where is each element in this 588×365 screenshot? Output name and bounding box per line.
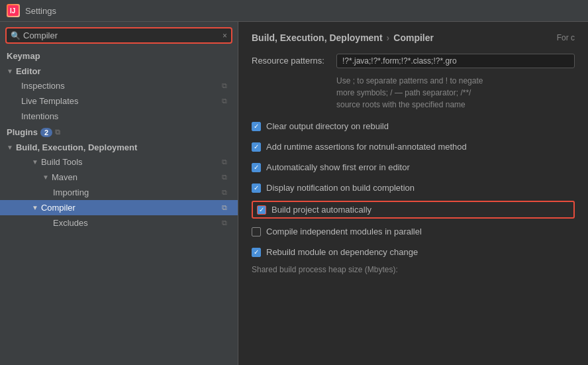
importing-icon: ⧉ — [222, 188, 227, 197]
hint-text: Use ; to separate patterns and ! to nega… — [336, 75, 575, 111]
resource-patterns-row: Resource patterns: !?*.java;!?*.form;!?*… — [252, 54, 575, 68]
checkbox-build-auto-input[interactable]: ✓ — [257, 205, 266, 215]
compiler-label: Compiler — [41, 203, 75, 213]
sidebar-nav: Keymap ▼ Editor Inspections ⧉ Live Templ… — [0, 48, 238, 365]
sidebar-item-live-templates[interactable]: Live Templates ⧉ — [0, 93, 238, 109]
keymap-label: Keymap — [7, 51, 40, 61]
resource-patterns-label: Resource patterns: — [252, 54, 331, 66]
checkbox-clear-output-label[interactable]: Clear output directory on rebuild — [266, 121, 389, 131]
breadcrumb-part2: Compiler — [393, 32, 434, 43]
svg-text:IJ: IJ — [10, 7, 15, 15]
sidebar-item-keymap[interactable]: Keymap — [0, 48, 238, 63]
app-icon: IJ — [7, 4, 20, 17]
build-tools-label: Build Tools — [41, 157, 83, 167]
sidebar-item-maven[interactable]: ▼ Maven ⧉ — [0, 170, 238, 185]
maven-chevron: ▼ — [42, 174, 49, 181]
build-tools-icon: ⧉ — [222, 158, 227, 166]
checkbox-rebuild-module-label[interactable]: Rebuild module on dependency change — [266, 247, 418, 257]
sidebar-item-compiler[interactable]: ▼ Compiler ⧉ — [0, 200, 238, 215]
breadcrumb-part1: Build, Execution, Deployment — [252, 32, 383, 43]
checkbox-add-runtime: ✓ Add runtime assertions for notnull-ann… — [252, 139, 575, 154]
breadcrumb-sep: › — [387, 32, 390, 43]
heap-size-label: Shared build process heap size (Mbytes): — [252, 265, 575, 274]
sidebar-item-importing[interactable]: Importing ⧉ — [0, 185, 238, 200]
sidebar-item-build-tools[interactable]: ▼ Build Tools ⧉ — [0, 154, 238, 170]
search-icon: 🔍 — [11, 31, 21, 40]
checkbox-auto-show-error-input[interactable]: ✓ — [252, 163, 261, 172]
checkbox-compile-parallel-input[interactable] — [252, 227, 261, 236]
sidebar-item-editor[interactable]: ▼ Editor — [0, 63, 238, 78]
checkbox-compile-parallel: Compile independent modules in parallel — [252, 224, 575, 239]
plugins-label: Plugins — [7, 127, 38, 137]
compiler-chevron: ▼ — [32, 204, 38, 211]
build-exec-label: Build, Execution, Deployment — [16, 142, 137, 152]
sidebar-item-plugins[interactable]: Plugins 2 ⧉ — [0, 124, 238, 139]
breadcrumb: Build, Execution, Deployment › Compiler … — [252, 32, 575, 43]
build-tools-chevron: ▼ — [32, 158, 38, 166]
search-input[interactable] — [23, 30, 220, 40]
checkbox-auto-show-error: ✓ Automatically show first error in edit… — [252, 160, 575, 175]
checkbox-display-notification: ✓ Display notification on build completi… — [252, 180, 575, 195]
checkbox-rebuild-module: ✓ Rebuild module on dependency change — [252, 244, 575, 260]
checkbox-compile-parallel-label[interactable]: Compile independent modules in parallel — [266, 227, 422, 236]
sidebar-item-inspections[interactable]: Inspections ⧉ — [0, 78, 238, 93]
checkbox-add-runtime-input[interactable]: ✓ — [252, 142, 261, 152]
clear-icon[interactable]: × — [222, 31, 227, 40]
sidebar: 🔍 × Keymap ▼ Editor Inspections ⧉ Live T… — [0, 22, 238, 365]
for-label: For c — [557, 33, 575, 42]
excludes-label: Excludes — [53, 218, 88, 228]
resource-patterns-value[interactable]: !?*.java;!?*.form;!?*.class;!?*.gro — [336, 54, 575, 68]
inspections-icon: ⧉ — [222, 81, 227, 90]
title-bar: IJ Settings — [0, 0, 588, 22]
plugins-badge: 2 — [40, 128, 52, 137]
checkbox-display-notification-input[interactable]: ✓ — [252, 183, 261, 193]
build-exec-chevron: ▼ — [7, 144, 13, 151]
importing-label: Importing — [53, 187, 89, 197]
main-layout: 🔍 × Keymap ▼ Editor Inspections ⧉ Live T… — [0, 22, 588, 365]
compiler-icon: ⧉ — [222, 203, 227, 212]
sidebar-item-build-execution[interactable]: ▼ Build, Execution, Deployment — [0, 139, 238, 154]
excludes-icon: ⧉ — [222, 219, 227, 227]
checkbox-clear-output: ✓ Clear output directory on rebuild — [252, 119, 575, 134]
checkbox-add-runtime-label[interactable]: Add runtime assertions for notnull-annot… — [266, 142, 467, 152]
plugins-copy-icon: ⧉ — [55, 128, 60, 136]
checkbox-rebuild-module-input[interactable]: ✓ — [252, 248, 261, 257]
maven-label: Maven — [52, 172, 77, 182]
checkbox-build-auto-label[interactable]: Build project automatically — [271, 205, 371, 215]
maven-icon: ⧉ — [222, 173, 227, 182]
editor-label: Editor — [16, 66, 41, 76]
editor-chevron: ▼ — [7, 68, 13, 75]
sidebar-item-excludes[interactable]: Excludes ⧉ — [0, 215, 238, 231]
window-title: Settings — [25, 6, 56, 16]
checkbox-build-auto: ✓ Build project automatically — [252, 201, 575, 219]
intentions-label: Intentions — [21, 111, 58, 121]
live-templates-icon: ⧉ — [222, 97, 227, 105]
checkbox-auto-show-error-label[interactable]: Automatically show first error in editor — [266, 162, 410, 172]
content-area: Build, Execution, Deployment › Compiler … — [238, 22, 588, 365]
checkbox-clear-output-input[interactable]: ✓ — [252, 122, 261, 131]
sidebar-item-intentions[interactable]: Intentions — [0, 109, 238, 124]
live-templates-label: Live Templates — [21, 96, 78, 106]
checkbox-display-notification-label[interactable]: Display notification on build completion — [266, 183, 415, 193]
inspections-label: Inspections — [21, 81, 65, 91]
search-bar[interactable]: 🔍 × — [5, 27, 232, 44]
